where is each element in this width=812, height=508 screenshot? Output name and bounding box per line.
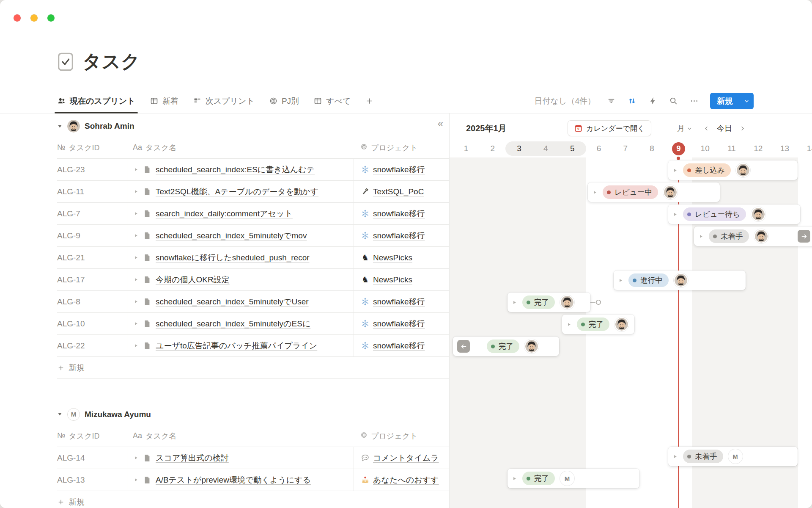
- expand-bar-icon[interactable]: [698, 234, 704, 239]
- task-name-link[interactable]: snowflakeに移行したsheduled_push_recor: [156, 252, 310, 263]
- open-in-calendar-button[interactable]: 9 カレンダーで開く: [568, 120, 651, 136]
- add-view-button[interactable]: [365, 89, 374, 113]
- expand-row-icon[interactable]: [133, 189, 139, 194]
- tab-table-新着[interactable]: 新着: [150, 89, 178, 113]
- expand-bar-icon[interactable]: [592, 190, 598, 195]
- expand-row-icon[interactable]: [133, 299, 139, 304]
- column-header-0[interactable]: №タスクID: [57, 143, 127, 153]
- automation-icon[interactable]: [648, 96, 658, 106]
- expand-row-icon[interactable]: [133, 277, 139, 282]
- expand-row-icon[interactable]: [133, 455, 139, 461]
- table-row[interactable]: ALG-17今期の個人OKR設定♞NewsPicks: [57, 269, 450, 291]
- double-chevron-left-icon[interactable]: «: [438, 119, 443, 129]
- project-link[interactable]: snowflake移行: [373, 208, 425, 219]
- project-link[interactable]: TextSQL_PoC: [373, 187, 424, 196]
- table-row[interactable]: ALG-7search_index_daily:commentアセットsnowf…: [57, 203, 450, 225]
- add-task-row[interactable]: 新規: [57, 357, 450, 379]
- avatar: [674, 273, 688, 287]
- expand-row-icon[interactable]: [133, 321, 139, 326]
- project-link[interactable]: あなたへのおすす: [373, 475, 439, 486]
- expand-bar-icon[interactable]: [672, 212, 678, 217]
- expand-row-icon[interactable]: [133, 233, 139, 238]
- task-name-link[interactable]: scheduled_search_index_5minutelyのESに: [156, 318, 310, 329]
- new-button[interactable]: 新規: [710, 93, 754, 109]
- close-window-button[interactable]: [14, 14, 21, 22]
- column-header-2[interactable]: プロジェクト: [354, 143, 450, 153]
- sort-icon[interactable]: [627, 96, 637, 106]
- tab-table-すべて[interactable]: すべて: [313, 89, 351, 113]
- scroll-to-end-button[interactable]: [798, 230, 810, 243]
- timeline-bar[interactable]: 進行中: [614, 271, 746, 290]
- project-link[interactable]: snowflake移行: [373, 230, 425, 241]
- tab-target-PJ別[interactable]: PJ別: [269, 89, 299, 113]
- zoom-window-button[interactable]: [47, 14, 55, 22]
- expand-row-icon[interactable]: [133, 477, 139, 483]
- column-header-0[interactable]: №タスクID: [57, 431, 127, 441]
- more-options-icon[interactable]: [689, 96, 699, 106]
- project-link[interactable]: NewsPicks: [373, 275, 412, 284]
- tab-board-次スプリント[interactable]: 次スプリント: [193, 89, 255, 113]
- column-header-1[interactable]: Aaタスク名: [127, 431, 354, 441]
- table-row[interactable]: ALG-21snowflakeに移行したsheduled_push_recor♞…: [57, 247, 450, 269]
- search-icon[interactable]: [669, 96, 678, 106]
- column-header-1[interactable]: Aaタスク名: [127, 143, 354, 153]
- expand-row-icon[interactable]: [133, 167, 139, 172]
- project-link[interactable]: NewsPicks: [373, 253, 412, 262]
- expand-row-icon[interactable]: [133, 211, 139, 216]
- table-row[interactable]: ALG-23scheduled_search_index:ESに書き込んむテsn…: [57, 159, 450, 181]
- table-row[interactable]: ALG-10scheduled_search_index_5minutelyのE…: [57, 313, 450, 335]
- task-name-link[interactable]: スコア算出式の検討: [156, 453, 229, 464]
- chevron-down-icon[interactable]: [739, 93, 754, 109]
- collapse-group-icon[interactable]: [57, 124, 63, 129]
- timeline-bar[interactable]: レビュー中: [588, 182, 720, 202]
- task-name-link[interactable]: Text2SQL機能、Aテーブルのデータを動かす: [156, 186, 318, 197]
- project-link[interactable]: コメントタイムラ: [373, 453, 439, 464]
- task-name-link[interactable]: A/Bテストがpreview環境で動くようにする: [156, 475, 311, 486]
- scroll-to-start-button[interactable]: [457, 340, 470, 353]
- next-period-icon[interactable]: [739, 125, 746, 132]
- task-name-link[interactable]: ユーザto広告記事のバッチ推薦パイプライン: [156, 340, 317, 351]
- project-link[interactable]: snowflake移行: [373, 318, 425, 329]
- expand-row-icon[interactable]: [133, 255, 139, 260]
- tab-people-現在のスプリント[interactable]: 現在のスプリント: [57, 89, 135, 113]
- task-name-link[interactable]: scheduled_search_index_5minutelyでmov: [156, 230, 307, 241]
- expand-bar-icon[interactable]: [566, 322, 572, 327]
- timeline-bar[interactable]: レビュー待ち: [668, 204, 800, 224]
- project-link[interactable]: snowflake移行: [373, 164, 425, 175]
- expand-bar-icon[interactable]: [672, 168, 678, 173]
- timeline-bar[interactable]: 未着手M: [668, 447, 798, 466]
- add-task-row[interactable]: 新規: [57, 491, 450, 508]
- timeline-bar[interactable]: 完了: [508, 293, 590, 312]
- project-link[interactable]: snowflake移行: [373, 296, 425, 307]
- table-row[interactable]: ALG-14スコア算出式の検討コメントタイムラ: [57, 447, 450, 469]
- task-name-link[interactable]: 今期の個人OKR設定: [156, 274, 230, 285]
- timeline-bar[interactable]: 完了: [453, 337, 559, 356]
- timeline-bar[interactable]: 差し込み: [668, 160, 798, 180]
- column-header-2[interactable]: プロジェクト: [354, 431, 450, 441]
- table-row[interactable]: ALG-13A/Bテストがpreview環境で動くようにするあなたへのおすす: [57, 469, 450, 491]
- expand-bar-icon[interactable]: [512, 476, 517, 481]
- table-row[interactable]: ALG-8scheduled_search_index_5minutelyでUs…: [57, 291, 450, 313]
- timeline-zoom-select[interactable]: 月: [677, 120, 692, 136]
- task-name-link[interactable]: scheduled_search_index_5minutelyでUser: [156, 296, 309, 307]
- timeline-bar[interactable]: 未着手: [694, 226, 812, 246]
- minimize-window-button[interactable]: [30, 14, 38, 22]
- expand-bar-icon[interactable]: [618, 278, 623, 283]
- filter-icon[interactable]: [606, 96, 616, 106]
- timeline-bar[interactable]: 完了: [562, 315, 634, 334]
- collapse-group-icon[interactable]: [57, 411, 63, 417]
- date-filter-label[interactable]: 日付なし（4件）: [535, 96, 595, 107]
- today-button[interactable]: 今日: [717, 123, 732, 133]
- expand-row-icon[interactable]: [133, 343, 139, 348]
- expand-bar-icon[interactable]: [672, 454, 678, 459]
- task-name-link[interactable]: search_index_daily:commentアセット: [156, 208, 293, 219]
- table-row[interactable]: ALG-9scheduled_search_index_5minutelyでmo…: [57, 225, 450, 247]
- table-row[interactable]: ALG-22ユーザto広告記事のバッチ推薦パイプラインsnowflake移行: [57, 335, 450, 357]
- table-row[interactable]: ALG-11Text2SQL機能、Aテーブルのデータを動かすTextSQL_Po…: [57, 181, 450, 203]
- timeline-bar[interactable]: 完了M: [508, 469, 639, 488]
- task-name-cell: Text2SQL機能、Aテーブルのデータを動かす: [127, 181, 354, 202]
- project-link[interactable]: snowflake移行: [373, 340, 425, 351]
- expand-bar-icon[interactable]: [512, 300, 517, 305]
- task-name-link[interactable]: scheduled_search_index:ESに書き込んむテ: [156, 164, 315, 175]
- prev-period-icon[interactable]: [703, 125, 710, 132]
